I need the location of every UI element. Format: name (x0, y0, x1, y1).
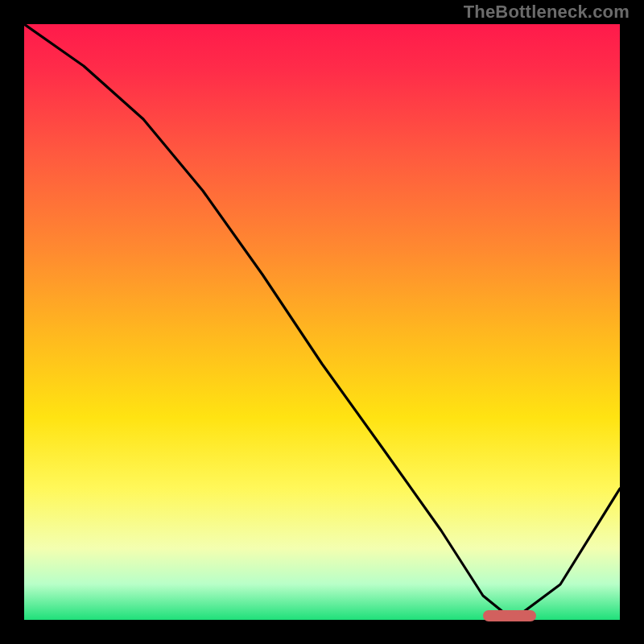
optimal-range-marker (483, 610, 536, 621)
chart-frame: TheBottleneck.com (0, 0, 644, 644)
watermark-text: TheBottleneck.com (464, 2, 630, 23)
bottleneck-curve (24, 24, 620, 620)
plot-area (24, 24, 620, 620)
